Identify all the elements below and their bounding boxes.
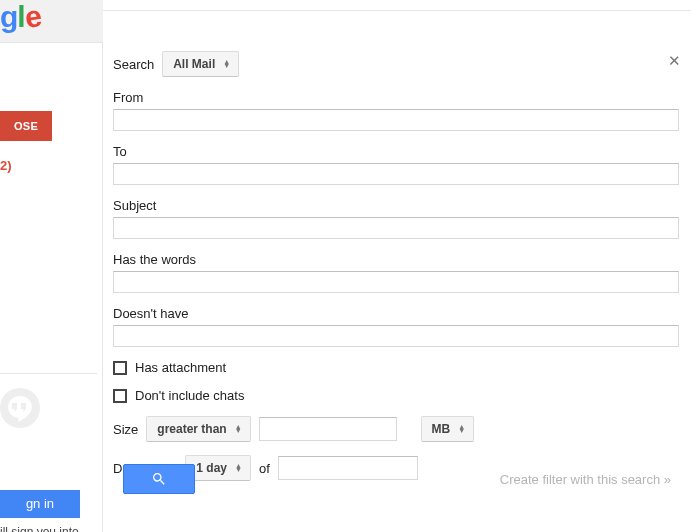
- size-unit-select[interactable]: MB ▲▼: [421, 416, 475, 442]
- inbox-count[interactable]: 2): [0, 158, 12, 173]
- has-attachment-checkbox[interactable]: [113, 361, 127, 375]
- search-button[interactable]: [123, 464, 195, 494]
- doesnt-have-label: Doesn't have: [113, 306, 681, 321]
- logo-letter: g: [0, 0, 17, 34]
- dont-include-chats-checkbox[interactable]: [113, 389, 127, 403]
- search-scope-value: All Mail: [173, 57, 215, 71]
- chevron-up-down-icon: ▲▼: [235, 425, 242, 433]
- subject-label: Subject: [113, 198, 681, 213]
- has-words-input[interactable]: [113, 271, 679, 293]
- advanced-search-panel: ✕ Search All Mail ▲▼ From To Subject Has…: [103, 10, 691, 532]
- to-label: To: [113, 144, 681, 159]
- sidebar-separator: [0, 373, 97, 374]
- hangouts-icon: [0, 388, 40, 428]
- to-input[interactable]: [113, 163, 679, 185]
- from-label: From: [113, 90, 681, 105]
- from-input[interactable]: [113, 109, 679, 131]
- logo-letter: e: [22, 0, 42, 35]
- create-filter-link[interactable]: Create filter with this search »: [500, 472, 671, 487]
- subject-input[interactable]: [113, 217, 679, 239]
- size-op-value: greater than: [157, 422, 226, 436]
- search-scope-label: Search: [113, 57, 154, 72]
- chevron-up-down-icon: ▲▼: [458, 425, 465, 433]
- size-unit-value: MB: [432, 422, 451, 436]
- size-op-select[interactable]: greater than ▲▼: [146, 416, 250, 442]
- has-words-label: Has the words: [113, 252, 681, 267]
- sign-in-blurb: ill sign you into cross Google rn more: [0, 525, 90, 532]
- form-actions: Create filter with this search »: [123, 464, 671, 494]
- compose-button[interactable]: OSE: [0, 111, 52, 141]
- sidebar: OSE 2) gn in ill sign you into cross Goo…: [0, 43, 103, 532]
- search-scope-select[interactable]: All Mail ▲▼: [162, 51, 239, 77]
- advanced-search-form: Search All Mail ▲▼ From To Subject Has t…: [113, 51, 681, 494]
- doesnt-have-input[interactable]: [113, 325, 679, 347]
- chevron-up-down-icon: ▲▼: [223, 60, 230, 68]
- google-logo: gle: [0, 0, 40, 34]
- has-attachment-label: Has attachment: [135, 360, 226, 375]
- search-icon: [151, 471, 167, 487]
- sign-in-button[interactable]: gn in: [0, 490, 80, 518]
- blurb-line: ill sign you into: [0, 525, 79, 532]
- size-value-input[interactable]: [259, 417, 397, 441]
- top-bar: gle: [0, 0, 103, 43]
- dont-include-chats-label: Don't include chats: [135, 388, 244, 403]
- size-label: Size: [113, 422, 138, 437]
